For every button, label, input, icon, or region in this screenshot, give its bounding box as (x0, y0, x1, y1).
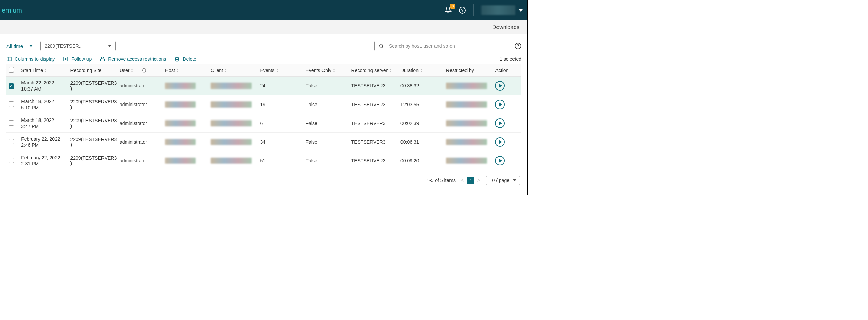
cell-client (209, 133, 258, 151)
unlock-icon (100, 56, 105, 62)
user-menu[interactable] (481, 5, 523, 15)
col-user[interactable]: User (117, 64, 163, 77)
site-select[interactable]: 2209(TESTSER... (40, 41, 116, 51)
pagination-range: 1-5 of 5 items (427, 178, 456, 183)
svg-rect-2 (7, 57, 11, 61)
cell-duration: 00:09:20 (398, 151, 444, 170)
pagination: 1-5 of 5 items < 1 > 10 / page (6, 170, 521, 191)
cell-duration: 00:06:31 (398, 133, 444, 151)
cell-host (163, 77, 209, 95)
divider (473, 4, 474, 16)
row-checkbox[interactable] (9, 83, 14, 89)
cell-user: administrator (117, 95, 163, 114)
cell-events: 51 (258, 151, 303, 170)
notifications-button[interactable]: 8 (445, 6, 452, 14)
cell-user: administrator (117, 77, 163, 95)
col-events-only[interactable]: Events Only (304, 64, 349, 77)
columns-label: Columns to display (15, 56, 55, 62)
table-row[interactable]: February 22, 20222:31 PM2209(TESTSERVER3… (6, 151, 521, 170)
page-number-current[interactable]: 1 (467, 177, 474, 184)
col-events[interactable]: Events (258, 64, 303, 77)
per-page-value: 10 / page (490, 178, 509, 183)
col-host[interactable]: Host (163, 64, 209, 77)
cell-client (209, 151, 258, 170)
cell-host (163, 133, 209, 151)
play-button[interactable] (495, 81, 505, 91)
cell-restricted-by (444, 95, 493, 114)
cell-host (163, 151, 209, 170)
cell-start-time: March 18, 20223:47 PM (19, 114, 68, 133)
cell-restricted-by (444, 133, 493, 151)
play-button[interactable] (495, 156, 505, 165)
delete-button[interactable]: Delete (174, 56, 196, 62)
columns-to-display-button[interactable]: Columns to display (6, 56, 55, 62)
toolbar: Columns to display Follow up Remove acce… (6, 56, 521, 62)
cell-events-only: False (304, 95, 349, 114)
cell-start-time: March 18, 20225:10 PM (19, 95, 68, 114)
chevron-down-icon (108, 45, 111, 47)
selected-count: 1 selected (500, 56, 521, 62)
help-button[interactable]: ? (459, 7, 466, 14)
trash-icon (174, 56, 180, 62)
chevron-down-icon (519, 9, 523, 12)
table-row[interactable]: March 22, 202210:37 AM2209(TESTSERVER3)a… (6, 77, 521, 95)
cell-host (163, 114, 209, 133)
cell-events: 19 (258, 95, 303, 114)
context-help-button[interactable]: ? (515, 43, 521, 49)
chevron-down-icon (513, 179, 516, 181)
top-header: emium 8 ? (0, 0, 527, 20)
search-input[interactable] (389, 43, 504, 49)
cell-events-only: False (304, 133, 349, 151)
cell-events-only: False (304, 77, 349, 95)
sub-header: Downloads (0, 20, 527, 34)
cell-recording-server: TESTSERVER3 (349, 77, 398, 95)
delete-label: Delete (183, 56, 196, 62)
row-checkbox[interactable] (9, 120, 14, 126)
row-checkbox[interactable] (9, 158, 14, 163)
downloads-link[interactable]: Downloads (492, 24, 519, 30)
col-recording-site[interactable]: Recording Site (68, 64, 117, 77)
filter-row: All time 2209(TESTSER... ? (6, 41, 521, 51)
cell-events-only: False (304, 151, 349, 170)
follow-up-button[interactable]: Follow up (63, 56, 92, 62)
per-page-select[interactable]: 10 / page (486, 176, 520, 185)
play-button[interactable] (495, 118, 505, 128)
svg-point-0 (380, 44, 383, 47)
cell-action (493, 151, 521, 170)
cell-action (493, 114, 521, 133)
next-page-button[interactable]: > (477, 177, 480, 183)
cell-duration: 00:38:32 (398, 77, 444, 95)
time-range-dropdown[interactable]: All time (6, 43, 33, 49)
col-duration[interactable]: Duration (398, 64, 444, 77)
cell-host (163, 95, 209, 114)
row-checkbox[interactable] (9, 139, 14, 144)
cell-restricted-by (444, 151, 493, 170)
col-recording-server[interactable]: Recording server (349, 64, 398, 77)
col-client[interactable]: Client (209, 64, 258, 77)
cell-restricted-by (444, 114, 493, 133)
time-range-label: All time (6, 43, 23, 49)
row-checkbox[interactable] (9, 101, 14, 107)
chevron-down-icon (29, 45, 33, 47)
cell-action (493, 95, 521, 114)
remove-access-restrictions-button[interactable]: Remove access restrictions (100, 56, 166, 62)
cell-recording-server: TESTSERVER3 (349, 133, 398, 151)
svg-rect-7 (101, 59, 105, 61)
follow-up-label: Follow up (71, 56, 92, 62)
prev-page-button[interactable]: < (461, 177, 464, 183)
cell-user: administrator (117, 151, 163, 170)
col-restricted-by[interactable]: Restricted by (444, 64, 493, 77)
select-all-checkbox[interactable] (9, 67, 14, 73)
site-select-value: 2209(TESTSER... (45, 43, 83, 49)
play-button[interactable] (495, 100, 505, 109)
table-row[interactable]: March 18, 20225:10 PM2209(TESTSERVER3)ad… (6, 95, 521, 114)
play-button[interactable] (495, 137, 505, 147)
columns-icon (6, 56, 12, 62)
cell-user: administrator (117, 114, 163, 133)
cell-duration: 12:03:55 (398, 95, 444, 114)
search-box[interactable] (374, 41, 508, 51)
cell-user: administrator (117, 133, 163, 151)
col-start-time[interactable]: Start Time (19, 64, 68, 77)
table-row[interactable]: March 18, 20223:47 PM2209(TESTSERVER3)ad… (6, 114, 521, 133)
table-row[interactable]: February 22, 20222:46 PM2209(TESTSERVER3… (6, 133, 521, 151)
